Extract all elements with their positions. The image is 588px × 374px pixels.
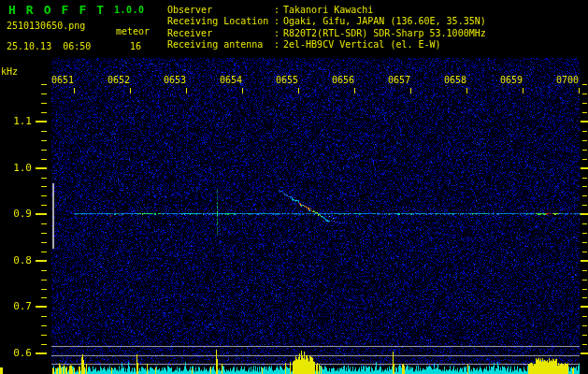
x-axis-tick-label: 0655	[275, 76, 298, 85]
output-filename: 2510130650.png	[7, 21, 85, 31]
station-info-label: Receiver	[167, 28, 274, 39]
station-info-table: Observer:Takanori KawachiReceiving Locat…	[167, 5, 486, 51]
hrofft-output: H R O F F T 1.0.0 2510130650.png meteor …	[0, 0, 588, 374]
y-axis-unit-label: kHz	[1, 66, 18, 77]
echo-count: 16	[130, 41, 141, 51]
capture-datetime: 25.10.13 06:50	[7, 41, 91, 51]
x-axis-tick-label: 0658	[443, 76, 466, 85]
station-info-label: Receiving Location	[167, 16, 274, 27]
station-info-value: Takanori Kawachi	[283, 5, 373, 16]
station-info-separator: :	[274, 16, 283, 27]
station-info-row: Receiving antenna:2el-HB9CV Vertical (el…	[167, 39, 486, 50]
x-axis-tick-label: 0659	[499, 76, 523, 85]
y-axis-tick-label: 0.9	[4, 209, 32, 219]
y-axis-tick-label: 1.1	[4, 116, 32, 126]
station-info-separator: :	[274, 39, 283, 50]
y-axis-tick-label: 0.6	[4, 348, 32, 358]
x-axis-tick-label: 0653	[163, 76, 186, 85]
x-axis-tick-label: 0651	[50, 76, 74, 85]
station-info-row: Receiving Location:Ogaki, Gifu, JAPAN (1…	[167, 16, 486, 27]
spectrogram-canvas	[0, 0, 588, 374]
x-axis-tick-label: 0656	[331, 76, 354, 85]
station-info-row: Observer:Takanori Kawachi	[167, 5, 486, 16]
x-axis-tick-label: 0654	[219, 76, 242, 85]
observation-mode: meteor	[116, 26, 150, 36]
station-info-label: Receiving antenna	[167, 39, 274, 50]
station-info-row: Receiver:R820T2(RTL-SDR) SDR-Sharp 53.10…	[167, 28, 486, 39]
station-info-value: R820T2(RTL-SDR) SDR-Sharp 53.1000MHz	[283, 28, 486, 39]
x-axis-tick-label: 0700	[555, 76, 579, 85]
app-version: 1.0.0	[114, 5, 145, 15]
station-info-label: Observer	[167, 5, 274, 16]
y-axis-tick-label: 0.8	[4, 255, 32, 266]
station-info-separator: :	[274, 28, 283, 39]
x-axis-tick-label: 0657	[387, 76, 410, 85]
app-title: H R O F F T	[8, 3, 106, 17]
x-axis-tick-label: 0652	[107, 76, 130, 85]
station-info-separator: :	[274, 5, 283, 16]
station-info-value: 2el-HB9CV Vertical (el. E-W)	[283, 39, 441, 50]
y-axis-tick-label: 1.0	[4, 163, 32, 173]
station-info-value: Ogaki, Gifu, JAPAN (136.60E, 35.35N)	[283, 16, 486, 27]
y-axis-tick-label: 0.7	[4, 301, 32, 311]
